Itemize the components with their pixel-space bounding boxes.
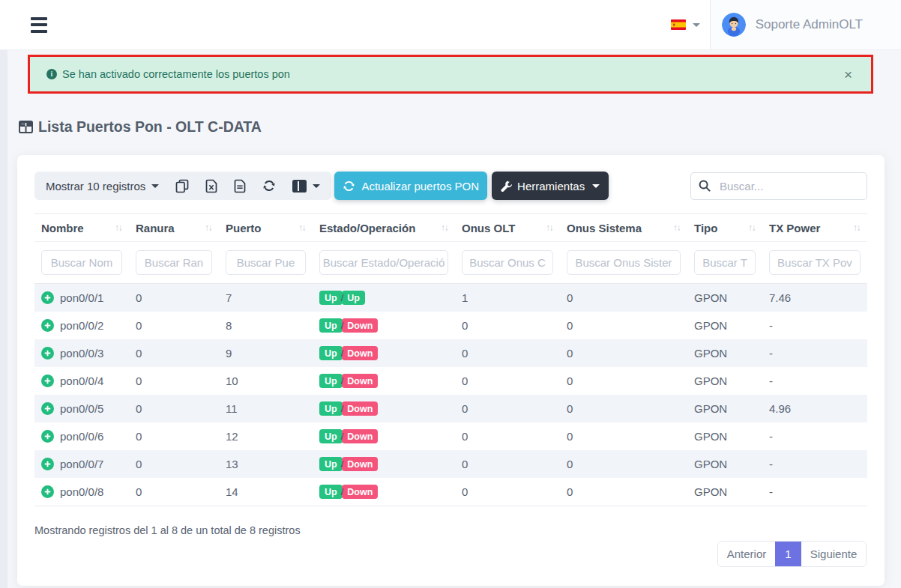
badge-separator: /	[341, 486, 344, 497]
pagination-next[interactable]: Siguiente	[801, 542, 866, 566]
tipo-cell: GPON	[687, 312, 762, 339]
ranura-cell: 0	[129, 478, 219, 506]
tipo-cell: GPON	[687, 395, 762, 422]
column-header-onus-olt[interactable]: Onus OLT↑↓	[455, 214, 560, 242]
tx-power-cell: -	[762, 450, 867, 478]
tipo-cell: GPON	[687, 478, 762, 506]
tools-dropdown-button[interactable]: Herramientas	[492, 172, 609, 200]
badge-separator: /	[341, 458, 344, 470]
reload-button[interactable]	[262, 179, 276, 193]
status-badge-admin: Up	[319, 429, 343, 443]
status-badge-operation: Down	[342, 318, 378, 333]
column-label: TX Power	[769, 222, 820, 234]
column-visibility-button[interactable]	[292, 180, 320, 193]
badge-separator: /	[341, 403, 344, 414]
filter-input-ranura[interactable]	[136, 250, 212, 275]
refresh-pon-ports-button[interactable]: Actualizar puertos PON	[334, 172, 487, 200]
pagination-previous[interactable]: Anterior	[718, 542, 775, 566]
column-header-tipo[interactable]: Tipo↑↓	[687, 214, 762, 242]
status-badge-operation: Down	[342, 457, 378, 471]
table-icon	[19, 121, 33, 133]
expand-row-icon[interactable]	[41, 291, 54, 304]
column-label: Tipo	[694, 222, 717, 234]
user-menu[interactable]: Soporte AdminOLT	[710, 0, 901, 49]
onus-sistema-cell: 0	[560, 478, 687, 506]
pon-port-name: pon0/0/7	[60, 458, 103, 470]
export-excel-button[interactable]	[205, 179, 217, 193]
page-title: Lista Puertos Pon - OLT C-DATA	[19, 118, 262, 136]
expand-row-icon[interactable]	[41, 402, 54, 415]
tx-power-cell: -	[762, 339, 867, 367]
column-label: Onus Sistema	[567, 222, 642, 234]
copy-button[interactable]	[175, 179, 189, 193]
estado-cell: Up/Down	[313, 450, 455, 478]
column-header-onus-sistema[interactable]: Onus Sistema↑↓	[560, 214, 687, 242]
column-header-nombre[interactable]: Nombre↑↓	[34, 214, 129, 242]
sync-icon	[343, 180, 355, 193]
onus-sistema-cell: 0	[560, 395, 687, 422]
language-dropdown[interactable]	[663, 0, 710, 49]
filter-input-nombre[interactable]	[41, 250, 122, 275]
onus-sistema-cell: 0	[560, 284, 687, 312]
filter-input-tipo[interactable]	[694, 250, 756, 275]
estado-cell: Up/Down	[313, 339, 455, 367]
filter-input-estado-operacion[interactable]	[319, 250, 448, 275]
expand-row-icon[interactable]	[41, 375, 54, 387]
puerto-cell: 12	[219, 422, 313, 450]
expand-row-icon[interactable]	[41, 319, 54, 332]
tx-power-cell: 7.46	[762, 284, 867, 312]
filter-input-tx-power[interactable]	[769, 250, 861, 275]
column-header-puerto[interactable]: Puerto↑↓	[219, 214, 313, 242]
estado-cell: Up/Up	[313, 284, 455, 312]
filter-input-onus-olt[interactable]	[462, 250, 553, 275]
table-row: pon0/0/4 0 10 Up/Down 0 0 GPON -	[34, 367, 867, 395]
sort-icon: ↑↓	[441, 222, 448, 233]
onus-olt-cell: 1	[455, 284, 560, 312]
pon-port-name: pon0/0/2	[60, 319, 103, 332]
filter-input-onus-sistema[interactable]	[567, 250, 681, 275]
column-label: Estado/Operación	[319, 222, 415, 234]
table-row: pon0/0/8 0 14 Up/Down 0 0 GPON -	[34, 478, 867, 506]
table-footer: Mostrando registros del 1 al 8 de un tot…	[34, 506, 867, 588]
status-badge-admin: Up	[319, 485, 343, 499]
expand-row-icon[interactable]	[41, 347, 54, 360]
alert-close-icon[interactable]: ×	[844, 67, 855, 82]
pagination-page-1[interactable]: 1	[775, 542, 801, 566]
onus-sistema-cell: 0	[560, 450, 687, 478]
onus-olt-cell: 0	[455, 450, 560, 478]
page-title-text: Lista Puertos Pon - OLT C-DATA	[38, 118, 262, 136]
badge-separator: /	[341, 292, 344, 303]
expand-row-icon[interactable]	[41, 485, 54, 498]
status-badge-admin: Up	[319, 346, 343, 360]
hamburger-menu-icon[interactable]	[31, 17, 47, 33]
search-input[interactable]	[720, 180, 859, 193]
status-badge-admin: Up	[319, 318, 343, 333]
tx-power-cell: -	[762, 312, 867, 339]
ranura-cell: 0	[129, 339, 219, 367]
onus-olt-cell: 0	[455, 422, 560, 450]
page-length-dropdown[interactable]: Mostrar 10 registros	[46, 180, 159, 193]
datatable-buttons-group: Mostrar 10 registros	[34, 172, 331, 200]
column-header-tx-power[interactable]: TX Power↑↓	[762, 214, 867, 242]
chevron-down-icon	[693, 23, 700, 27]
page-length-label: Mostrar 10 registros	[46, 180, 145, 193]
sort-icon: ↑↓	[546, 222, 552, 233]
expand-row-icon[interactable]	[41, 430, 54, 443]
sort-icon: ↑↓	[748, 222, 755, 233]
tx-power-cell: -	[762, 478, 867, 506]
filter-input-puerto[interactable]	[226, 250, 306, 275]
tipo-cell: GPON	[687, 422, 762, 450]
expand-row-icon[interactable]	[41, 458, 54, 470]
user-name: Soporte AdminOLT	[756, 17, 863, 32]
status-badge-admin: Up	[319, 291, 343, 305]
wrench-icon	[501, 181, 512, 192]
pon-port-name: pon0/0/6	[60, 430, 103, 443]
export-file-button[interactable]	[234, 179, 246, 193]
column-header-ranura[interactable]: Ranura↑↓	[129, 214, 219, 242]
tx-power-cell: -	[762, 422, 867, 450]
onus-olt-cell: 0	[455, 367, 560, 395]
sort-icon: ↑↓	[673, 222, 680, 233]
puerto-cell: 9	[219, 339, 313, 367]
badge-separator: /	[341, 348, 344, 359]
column-header-estado-operacion[interactable]: Estado/Operación↑↓	[313, 214, 455, 242]
